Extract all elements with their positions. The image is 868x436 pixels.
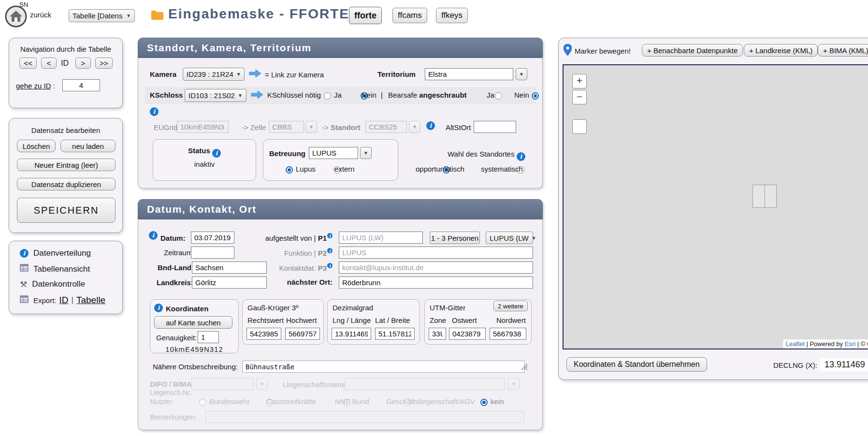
nav-id-label: ID: [61, 59, 69, 68]
territorium-input[interactable]: [425, 68, 513, 80]
back-link[interactable]: zurück: [30, 11, 51, 19]
altstort-input[interactable]: [474, 121, 516, 133]
edit-panel-title: Datensatz bearbeiten: [9, 126, 122, 134]
info-icon[interactable]: i: [426, 121, 435, 130]
nutzer-label: Nutzer:: [150, 397, 173, 406]
table-select[interactable]: Tabelle [Datens ▼: [69, 9, 135, 22]
info-icon[interactable]: i: [327, 263, 333, 268]
home-icon[interactable]: [5, 5, 27, 28]
tools-links-panel: i Datenverteilung Tabellenansicht ⚒ Date…: [9, 241, 123, 314]
save-button[interactable]: SPEICHERN: [17, 198, 116, 223]
datum-panel: Datum, Kontakt, Ort i Datum: aufgestellt…: [138, 199, 543, 430]
zoom-in-button[interactable]: +: [572, 74, 587, 88]
utm-zone-input[interactable]: [429, 328, 446, 340]
status-label: Status: [188, 146, 210, 155]
altstort-label: AltStOrt: [446, 123, 471, 131]
map-canvas[interactable]: + − Leaflet | Powered by Esri | © O: [563, 64, 868, 349]
bemerkungen-label: Bemerkungen:: [150, 413, 197, 421]
p1-select[interactable]: LUPUS (LW▼: [486, 232, 533, 244]
info-icon[interactable]: i: [327, 233, 333, 238]
hochwert-input[interactable]: [285, 328, 320, 340]
layers-button[interactable]: [572, 119, 587, 134]
add-bima-button[interactable]: + BIMA (KML): [818, 44, 868, 57]
link-arrow-icon[interactable]: [248, 68, 262, 80]
p3-input[interactable]: [339, 262, 533, 274]
app-tab-ffkeys[interactable]: ffkeys: [436, 8, 468, 23]
liegensch-nr-input: [191, 378, 253, 390]
app-tab-ffcams[interactable]: ffcams: [392, 8, 427, 23]
goto-id-input[interactable]: [62, 79, 100, 91]
add-landkreise-button[interactable]: + Landkreise (KML): [744, 44, 818, 57]
nav-panel-title: Navigation durch die Tabelle: [9, 45, 122, 53]
sidebar-item-tabellenansicht[interactable]: Tabellenansicht: [20, 264, 90, 274]
chevron-down-icon: ▼: [532, 235, 536, 241]
rechtswert-input[interactable]: [246, 328, 281, 340]
info-icon[interactable]: i: [327, 248, 333, 253]
map-marker-icon: [564, 44, 572, 57]
map-search-button[interactable]: auf Karte suchen: [154, 316, 232, 329]
standort-dropdown-button: ▼: [409, 121, 420, 133]
kamera-select[interactable]: ID239 : 21R24▼: [183, 68, 245, 81]
standort-input: [365, 121, 407, 133]
sidebar-item-datenkontrolle[interactable]: ⚒ Datenkontrolle: [20, 279, 85, 289]
betreuung-input[interactable]: [309, 147, 358, 159]
nav-next-button[interactable]: >: [75, 58, 91, 69]
betreuung-dropdown-button[interactable]: ▼: [360, 147, 372, 159]
esri-link[interactable]: Esri: [845, 340, 855, 348]
export-id-link[interactable]: ID: [59, 295, 69, 305]
utm-nord-input[interactable]: [490, 328, 526, 340]
bearsafe-nein-radio[interactable]: [532, 92, 539, 100]
betreuung-box: Betreuung ▼ Lupus extern: [263, 139, 398, 181]
territorium-dropdown-button[interactable]: ▼: [516, 68, 527, 80]
p2-label: Funktion | P2i: [249, 248, 333, 257]
grid-code-label: 10kmE459N312: [150, 345, 238, 353]
apply-coordinates-button[interactable]: Koordinaten & Standort übernehmen: [566, 357, 707, 372]
info-icon[interactable]: i: [149, 231, 158, 240]
kschluessel-ja-radio[interactable]: [324, 92, 331, 100]
betreuung-lupus-radio[interactable]: [286, 166, 293, 174]
info-icon[interactable]: i: [517, 152, 525, 161]
chevron-down-icon: ▼: [519, 72, 524, 77]
info-icon[interactable]: i: [154, 304, 163, 312]
nav-last-button[interactable]: >>: [95, 58, 113, 69]
duplicate-button[interactable]: Datensatz duplizieren: [17, 178, 116, 190]
utm-more-button[interactable]: 2 weitere: [493, 301, 528, 311]
datum-input[interactable]: [191, 232, 234, 244]
kschloss-select[interactable]: ID103 : 21S02▼: [185, 89, 246, 102]
p2-input[interactable]: [339, 247, 533, 259]
zelle-label: -> Zelle: [242, 123, 266, 131]
add-datapoints-button[interactable]: + Benachbarte Datenpunkte: [642, 44, 743, 57]
ort-input[interactable]: [339, 276, 533, 289]
personen-button[interactable]: 1 - 3 Personen: [430, 232, 480, 244]
nutzer-kein-radio[interactable]: [480, 399, 488, 406]
ortsbeschreibung-input[interactable]: [242, 361, 525, 373]
map-attribution: Leaflet | Powered by Esri | © O: [783, 339, 868, 349]
utm-ost-input[interactable]: [449, 328, 486, 340]
info-icon[interactable]: i: [212, 149, 221, 158]
new-entry-button[interactable]: Neuer Eintrag (leer): [17, 159, 116, 171]
goto-id-link[interactable]: gehe zu ID: [16, 82, 51, 90]
betreuung-label: Betreuung: [269, 149, 305, 158]
genauigkeit-input[interactable]: [198, 331, 219, 343]
resize-handle-icon[interactable]: [520, 363, 528, 372]
zelle-input: [269, 121, 304, 133]
landkreis-label: Landkreis:: [157, 278, 193, 287]
p1-input[interactable]: [339, 232, 423, 244]
delete-button[interactable]: Löschen: [17, 140, 56, 152]
export-table-link[interactable]: Tabelle: [76, 295, 105, 305]
lat-input[interactable]: [375, 328, 415, 340]
reload-button[interactable]: neu laden: [60, 140, 116, 152]
nav-prev-button[interactable]: <: [41, 58, 57, 69]
zeitraum-input[interactable]: [191, 247, 234, 259]
zoom-out-button[interactable]: −: [572, 90, 587, 104]
link-arrow-icon[interactable]: [250, 89, 264, 102]
p1-label: aufgestellt von | P1i: [249, 233, 333, 242]
info-icon[interactable]: i: [150, 107, 159, 116]
app-tab-fforte[interactable]: fforte: [349, 7, 382, 24]
leaflet-link[interactable]: Leaflet: [786, 340, 805, 348]
lng-input[interactable]: [332, 328, 371, 340]
chevron-down-icon: ▼: [126, 13, 131, 18]
nav-first-button[interactable]: <<: [19, 58, 37, 69]
bemerkungen-input: [205, 411, 524, 423]
sidebar-item-datenverteilung[interactable]: i Datenverteilung: [20, 248, 91, 258]
